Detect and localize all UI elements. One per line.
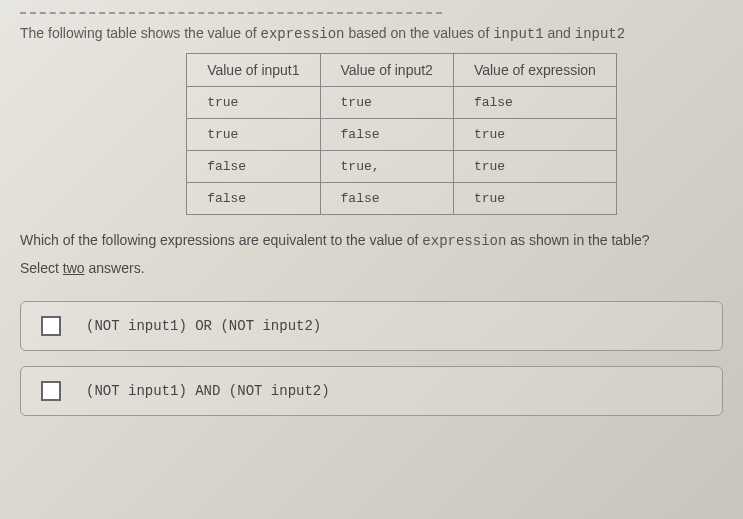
cell-input1: false <box>187 182 320 214</box>
intro-code-expression: expression <box>260 26 344 42</box>
select-prefix: Select <box>20 260 63 276</box>
table-row: false false true <box>187 182 617 214</box>
header-expression: Value of expression <box>453 53 616 86</box>
table-row: true true false <box>187 86 617 118</box>
intro-code-input2: input2 <box>575 26 625 42</box>
intro-code-input1: input1 <box>493 26 543 42</box>
cell-expression: true <box>453 150 616 182</box>
option-text-b: (NOT input1) AND (NOT input2) <box>86 383 330 399</box>
answer-option-a[interactable]: (NOT input1) OR (NOT input2) <box>20 301 723 351</box>
truth-table-container: Value of input1 Value of input2 Value of… <box>80 53 723 215</box>
table-row: true false true <box>187 118 617 150</box>
checkbox-a[interactable] <box>41 316 61 336</box>
header-input2: Value of input2 <box>320 53 453 86</box>
intro-middle: based on the values of <box>345 25 494 41</box>
header-input1: Value of input1 <box>187 53 320 86</box>
answer-option-b[interactable]: (NOT input1) AND (NOT input2) <box>20 366 723 416</box>
cell-input2: false <box>320 182 453 214</box>
select-two: two <box>63 260 85 276</box>
intro-and: and <box>544 25 575 41</box>
option-text-a: (NOT input1) OR (NOT input2) <box>86 318 321 334</box>
table-row: false true, true <box>187 150 617 182</box>
question-prefix: Which of the following expressions are e… <box>20 232 422 248</box>
cell-input2: false <box>320 118 453 150</box>
cell-input1: true <box>187 86 320 118</box>
top-dashes <box>20 12 442 14</box>
question-code: expression <box>422 233 506 249</box>
cell-expression: true <box>453 182 616 214</box>
intro-text: The following table shows the value of e… <box>20 24 723 45</box>
cell-expression: false <box>453 86 616 118</box>
select-suffix: answers. <box>85 260 145 276</box>
cell-input2: true, <box>320 150 453 182</box>
question-suffix: as shown in the table? <box>506 232 649 248</box>
cell-expression: true <box>453 118 616 150</box>
checkbox-b[interactable] <box>41 381 61 401</box>
select-instruction: Select two answers. <box>20 260 723 276</box>
intro-prefix: The following table shows the value of <box>20 25 260 41</box>
question-text: Which of the following expressions are e… <box>20 230 723 252</box>
cell-input2: true <box>320 86 453 118</box>
truth-table: Value of input1 Value of input2 Value of… <box>186 53 617 215</box>
cell-input1: true <box>187 118 320 150</box>
cell-input1: false <box>187 150 320 182</box>
table-header-row: Value of input1 Value of input2 Value of… <box>187 53 617 86</box>
